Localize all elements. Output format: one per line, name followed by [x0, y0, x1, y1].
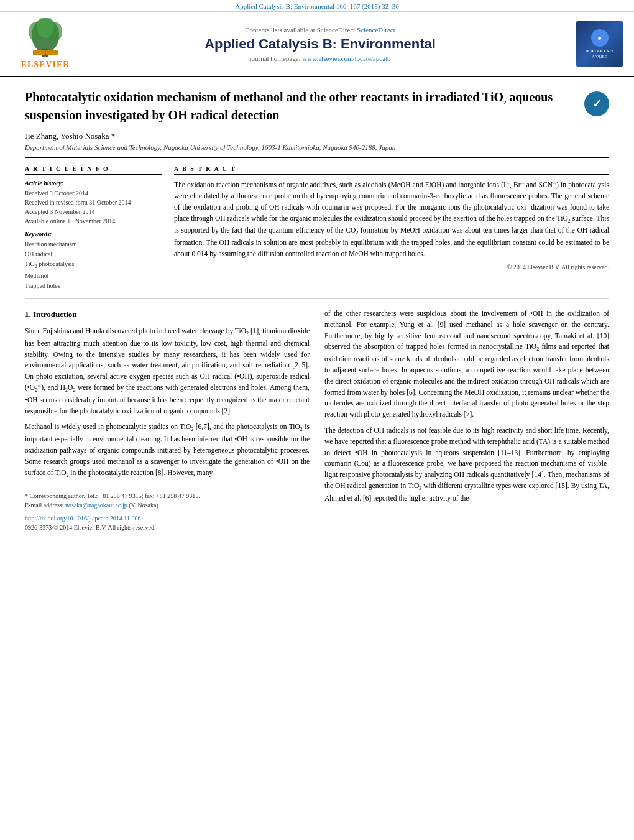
article-info-abstract-section: A R T I C L E I N F O Article history: R…	[25, 158, 609, 299]
catalysis-icon: ●	[591, 29, 609, 47]
science-direct-anchor[interactable]: ScienceDirect	[357, 26, 395, 34]
footnote-section: * Corresponding author. Tel.: +81 258 47…	[25, 487, 310, 532]
received-date: Received 3 October 2014	[25, 188, 162, 198]
footnote-issn: 0926-3373/© 2014 Elsevier B.V. All right…	[25, 523, 310, 532]
journal-center-info: Contents lists available at ScienceDirec…	[80, 26, 561, 62]
email-link[interactable]: nosaka@nagaokaut.ac.jp	[65, 502, 127, 509]
body-left-column: 1. Introduction Since Fujishima and Hond…	[25, 308, 310, 532]
journal-header: ELSEVIER Contents lists available at Sci…	[0, 12, 634, 77]
abstract-text: The oxidation reaction mechanisms of org…	[174, 180, 609, 259]
introduction-title: 1. Introduction	[25, 308, 310, 321]
intro-paragraph-3: of the other researchers were suspicious…	[324, 308, 609, 420]
accepted-date: Accepted 3 November 2014	[25, 207, 162, 216]
article-title-section: Photocatalytic oxidation mechanism of me…	[25, 77, 609, 158]
intro-paragraph-2: Methanol is widely used in photocatalyti…	[25, 422, 310, 479]
article-history-label: Article history:	[25, 180, 162, 187]
keyword-5: Trapped holes	[25, 281, 162, 291]
main-content: Photocatalytic oxidation mechanism of me…	[0, 77, 634, 542]
abstract-header: A B S T R A C T	[174, 165, 609, 175]
article-info-header: A R T I C L E I N F O	[25, 165, 162, 175]
journal-volume-info: Applied Catalysis B: Environmental 166–1…	[235, 2, 398, 10]
catalysis-journal-badge: ● ICATALYSIS APPLIED	[576, 21, 623, 67]
doi-link[interactable]: http://dx.doi.org/10.1016/j.apcatb.2014.…	[25, 515, 140, 522]
elsevier-logo: ELSEVIER	[11, 18, 80, 70]
abstract-column: A B S T R A C T The oxidation reaction m…	[174, 165, 609, 291]
journal-title: Applied Catalysis B: Environmental	[80, 36, 561, 52]
keyword-4: Methanol	[25, 271, 162, 281]
crossmark-badge[interactable]: ✓	[584, 91, 609, 116]
article-identifier-banner: Applied Catalysis B: Environmental 166–1…	[0, 0, 634, 12]
article-info-column: A R T I C L E I N F O Article history: R…	[25, 165, 162, 291]
intro-paragraph-4: The detection of OH radicals is not feas…	[324, 425, 609, 504]
journal-homepage-link[interactable]: www.elsevier.com/locate/apcatb	[302, 55, 390, 62]
footnote-doi[interactable]: http://dx.doi.org/10.1016/j.apcatb.2014.…	[25, 514, 310, 523]
two-col-body: 1. Introduction Since Fujishima and Hond…	[25, 308, 609, 532]
science-direct-link[interactable]: Contents lists available at ScienceDirec…	[80, 26, 561, 34]
journal-homepage: journal homepage: www.elsevier.com/locat…	[80, 55, 561, 62]
keyword-2: OH radical	[25, 249, 162, 259]
copyright-notice: © 2014 Elsevier B.V. All rights reserved…	[174, 260, 609, 270]
article-title-text: Photocatalytic oxidation mechanism of me…	[25, 88, 578, 151]
body-right-column: of the other researchers were suspicious…	[324, 308, 609, 532]
footnote-email: E-mail address: nosaka@nagaokaut.ac.jp (…	[25, 501, 310, 510]
catalysis-logo: ● ICATALYSIS APPLIED	[561, 21, 623, 67]
authors: Jie Zhang, Yoshio Nosaka *	[25, 131, 578, 141]
body-content: 1. Introduction Since Fujishima and Hond…	[25, 299, 609, 542]
elsevier-tree-icon	[24, 18, 67, 58]
author-affiliation: Department of Materials Science and Tech…	[25, 144, 578, 151]
keyword-1: Reaction mechanism	[25, 239, 162, 249]
available-online-date: Available online 15 November 2014	[25, 216, 162, 226]
footnote-corresponding: * Corresponding author. Tel.: +81 258 47…	[25, 491, 310, 501]
intro-paragraph-1: Since Fujishima and Honda discovered pho…	[25, 326, 310, 417]
article-title: Photocatalytic oxidation mechanism of me…	[25, 88, 578, 124]
elsevier-wordmark: ELSEVIER	[21, 60, 70, 70]
keywords-label: Keywords:	[25, 231, 162, 238]
keyword-3: TiO2 photocatalysis	[25, 259, 162, 271]
received-revised-date: Received in revised form 31 October 2014	[25, 198, 162, 207]
